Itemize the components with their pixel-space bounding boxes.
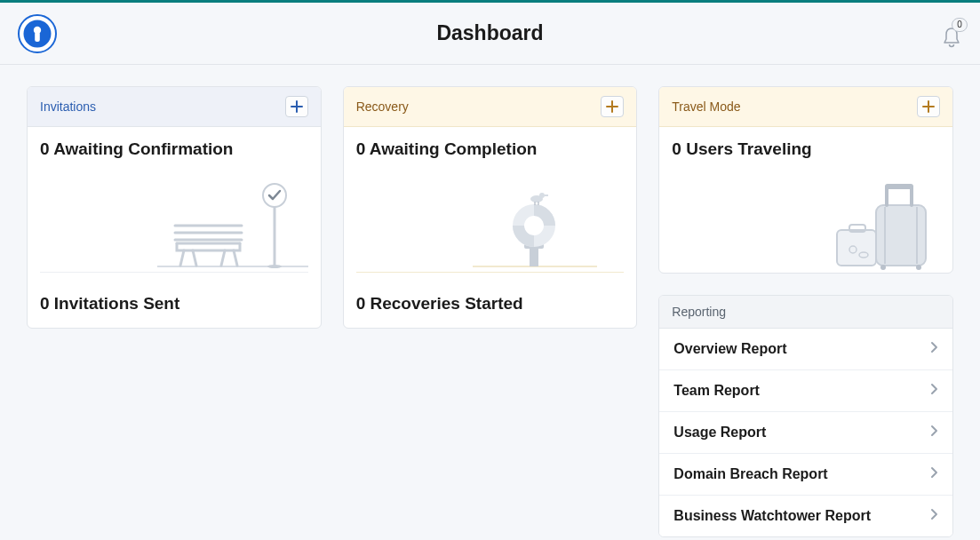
travel-card-header: Travel Mode — [659, 87, 952, 127]
notifications-count-badge: 0 — [952, 18, 968, 32]
invitations-add-button[interactable] — [285, 96, 308, 117]
invitations-card-header: Invitations — [28, 87, 321, 127]
chevron-right-icon — [929, 508, 938, 524]
chevron-right-icon — [929, 341, 938, 357]
reporting-card: Reporting Overview Report Team Report Us… — [658, 295, 953, 537]
travel-card-title: Travel Mode — [672, 99, 740, 114]
recovery-card-header: Recovery — [344, 87, 637, 127]
recovery-card: Recovery 0 Awaiting Completion — [343, 86, 638, 329]
reporting-list: Overview Report Team Report Usage Report — [659, 329, 952, 536]
report-item-domain-breach[interactable]: Domain Breach Report — [659, 453, 952, 495]
report-item-team[interactable]: Team Report — [659, 369, 952, 411]
recovery-add-button[interactable] — [601, 96, 624, 117]
report-item-business-watchtower[interactable]: Business Watchtower Report — [659, 495, 952, 536]
plus-icon — [606, 100, 618, 113]
lifebuoy-icon — [473, 174, 597, 272]
app-logo[interactable] — [16, 12, 59, 55]
recovery-started-stat: 0 Recoveries Started — [344, 282, 637, 328]
travel-add-button[interactable] — [917, 96, 940, 117]
recovery-card-title: Recovery — [356, 99, 409, 114]
svg-rect-3 — [35, 32, 40, 42]
dashboard-content: Invitations 0 Awaiting Confirmation — [0, 65, 980, 540]
report-item-usage[interactable]: Usage Report — [659, 411, 952, 453]
svg-point-30 — [916, 265, 921, 270]
report-label: Domain Breach Report — [673, 466, 827, 482]
svg-line-10 — [193, 250, 196, 266]
chevron-right-icon — [929, 425, 938, 441]
svg-rect-28 — [885, 184, 913, 189]
report-label: Overview Report — [673, 341, 786, 357]
svg-point-20 — [524, 216, 544, 235]
report-label: Usage Report — [673, 425, 766, 441]
invitations-card-title: Invitations — [40, 99, 96, 114]
invitations-card: Invitations 0 Awaiting Confirmation — [27, 86, 322, 329]
bench-sign-icon — [157, 174, 308, 272]
report-item-overview[interactable]: Overview Report — [659, 329, 952, 369]
svg-line-12 — [234, 250, 237, 266]
recovery-illustration — [356, 166, 625, 273]
chevron-right-icon — [929, 383, 938, 399]
reporting-card-title: Reporting — [672, 305, 726, 319]
svg-rect-25 — [876, 205, 926, 266]
svg-point-22 — [539, 193, 545, 198]
svg-point-29 — [880, 265, 886, 270]
invitations-illustration — [40, 166, 308, 273]
travel-illustration — [672, 166, 940, 273]
luggage-icon — [798, 175, 940, 273]
invitations-awaiting-stat: 0 Awaiting Confirmation — [40, 139, 308, 159]
travel-users-stat: 0 Users Traveling — [672, 139, 940, 159]
header-bar: Dashboard 0 — [0, 3, 980, 65]
recovery-awaiting-stat: 0 Awaiting Completion — [356, 139, 625, 159]
plus-icon — [922, 100, 935, 113]
travel-mode-card: Travel Mode 0 Users Traveling — [658, 86, 953, 274]
svg-line-9 — [180, 250, 184, 266]
page-title: Dashboard — [436, 21, 543, 45]
plus-icon — [291, 100, 303, 113]
report-label: Business Watchtower Report — [673, 508, 871, 524]
report-label: Team Report — [673, 383, 760, 399]
reporting-card-header: Reporting — [659, 296, 952, 329]
svg-point-14 — [267, 265, 282, 268]
notifications-button[interactable]: 0 — [939, 20, 964, 48]
svg-line-11 — [221, 250, 225, 266]
invitations-sent-stat: 0 Invitations Sent — [28, 282, 321, 328]
chevron-right-icon — [929, 466, 938, 482]
